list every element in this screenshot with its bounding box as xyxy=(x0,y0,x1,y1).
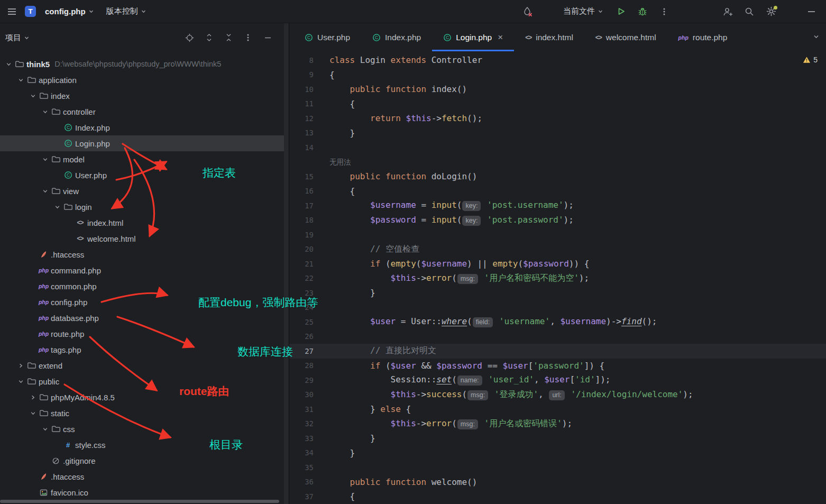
tree-vertical-scrollbar[interactable] xyxy=(284,23,289,504)
code-line[interactable]: 22 $this->error(msg: '用户名和密码不能为空'); xyxy=(289,271,826,286)
code-line[interactable]: 35 xyxy=(289,460,826,475)
code-line[interactable]: 34 } xyxy=(289,446,826,461)
code-line[interactable]: 23 } xyxy=(289,286,826,300)
code-line[interactable]: 8class Login extends Controller xyxy=(289,53,826,68)
code-line[interactable]: 16 { xyxy=(289,184,826,199)
line-number[interactable]: 24 xyxy=(289,303,323,311)
line-number[interactable]: 29 xyxy=(289,376,323,384)
line-number[interactable]: 27 xyxy=(289,347,323,355)
tree-item-common-php[interactable]: phpcommon.php xyxy=(0,278,289,294)
line-number[interactable]: 19 xyxy=(289,231,323,239)
line-number[interactable]: 37 xyxy=(289,492,323,501)
line-number[interactable]: 31 xyxy=(289,405,323,414)
line-number[interactable]: 36 xyxy=(289,478,323,486)
search-button[interactable] xyxy=(742,4,757,19)
run-button[interactable] xyxy=(613,4,628,19)
debug-button[interactable] xyxy=(635,4,650,19)
code-line[interactable]: 14 xyxy=(289,140,826,155)
line-number[interactable]: 23 xyxy=(289,289,323,297)
locate-file-button[interactable] xyxy=(184,32,195,43)
tree-horizontal-scrollbar[interactable] xyxy=(0,500,279,503)
chevron-down-icon[interactable] xyxy=(3,61,14,68)
code-line[interactable]: 13 } xyxy=(289,126,826,141)
code-line[interactable]: 18 $password = input(key: 'post.password… xyxy=(289,213,826,228)
code-line[interactable]: 36 public function welcome() xyxy=(289,475,826,490)
vcs-widget[interactable]: 版本控制 xyxy=(103,4,150,19)
tree-item-login-php[interactable]: CLogin.php xyxy=(0,135,289,151)
project-panel-title[interactable]: 项目 xyxy=(5,33,30,43)
hidden-tabs-button[interactable] xyxy=(813,33,820,42)
code-line[interactable]: 33 } xyxy=(289,431,826,446)
line-number[interactable]: 18 xyxy=(289,216,323,224)
line-number[interactable]: 26 xyxy=(289,332,323,341)
code-line[interactable]: 11 { xyxy=(289,97,826,112)
tree-item-static[interactable]: static xyxy=(0,405,289,421)
editor-tab-login-php[interactable]: CLogin.php× xyxy=(432,23,514,51)
code-line[interactable]: 37 { xyxy=(289,489,826,504)
line-number[interactable]: 32 xyxy=(289,419,323,428)
code-line[interactable]: 25 $user = User::where(field: 'username'… xyxy=(289,315,826,329)
tree-item-model[interactable]: model xyxy=(0,151,289,167)
tree-item-application[interactable]: application xyxy=(0,72,289,88)
chevron-down-icon[interactable] xyxy=(40,108,50,115)
tree-item-phpmyadmin4-8-5[interactable]: phpMyAdmin4.8.5 xyxy=(0,389,289,405)
line-number[interactable]: 12 xyxy=(289,114,323,123)
line-number[interactable]: 16 xyxy=(289,187,323,195)
tree-item-view[interactable]: view xyxy=(0,183,289,199)
minimize-button[interactable] xyxy=(804,4,819,19)
code-line[interactable]: 30 $this->success(msg: '登录成功', url: '/in… xyxy=(289,388,826,402)
code-line[interactable]: 32 $this->error(msg: '用户名或密码错误'); xyxy=(289,417,826,432)
chevron-down-icon[interactable] xyxy=(40,156,50,163)
chevron-right-icon[interactable] xyxy=(27,394,38,401)
tree-item-welcome-html[interactable]: <>welcome.html xyxy=(0,231,289,246)
code-line[interactable]: 26 xyxy=(289,329,826,344)
editor-tab-user-php[interactable]: CUser.php xyxy=(293,23,361,51)
hide-panel-button[interactable] xyxy=(262,32,273,43)
line-number[interactable]: 33 xyxy=(289,434,323,443)
code-line[interactable]: 27 // 直接比对明文 xyxy=(289,344,826,359)
tree-item-tags-php[interactable]: phptags.php xyxy=(0,342,289,358)
line-number[interactable]: 22 xyxy=(289,274,323,282)
chevron-down-icon[interactable] xyxy=(52,204,62,210)
line-number[interactable]: 25 xyxy=(289,318,323,326)
tree-item-config-php[interactable]: phpconfig.php xyxy=(0,294,289,310)
line-number[interactable]: 17 xyxy=(289,201,323,210)
tree-item-index-html[interactable]: <>index.html xyxy=(0,215,289,231)
tree-item-controller[interactable]: controller xyxy=(0,104,289,120)
tree-item-user-php[interactable]: CUser.php xyxy=(0,167,289,183)
code-line[interactable]: 28 if ($user && $password == $user['pass… xyxy=(289,359,826,373)
editor-tab-welcome-html[interactable]: <>welcome.html xyxy=(584,23,667,51)
more-button[interactable] xyxy=(657,4,672,19)
code-line[interactable]: 17 $username = input(key: 'post.username… xyxy=(289,198,826,213)
code-line[interactable]: 19 xyxy=(289,227,826,242)
line-number[interactable]: 28 xyxy=(289,361,323,370)
code-line[interactable]: 10 public function index() xyxy=(289,82,826,97)
line-number[interactable]: 10 xyxy=(289,85,323,94)
project-logo[interactable]: T xyxy=(25,6,36,17)
tree-item-route-php[interactable]: phproute.php xyxy=(0,326,289,342)
tree-item-think5[interactable]: think5D:\websafe\phpstudy\phpstudy_pro\W… xyxy=(0,56,289,72)
expand-all-button[interactable] xyxy=(204,32,214,43)
editor-tab-index-html[interactable]: <>index.html xyxy=(514,23,584,51)
tree-item-login[interactable]: login xyxy=(0,199,289,215)
line-number[interactable]: 21 xyxy=(289,260,323,268)
chevron-down-icon[interactable] xyxy=(27,93,38,99)
code-line[interactable]: 29 Session::set(name: 'user_id', $user['… xyxy=(289,373,826,388)
chevron-right-icon[interactable] xyxy=(15,362,26,369)
tree-item-htaccess[interactable]: .htaccess xyxy=(0,246,289,262)
line-number[interactable]: 20 xyxy=(289,245,323,253)
code-line[interactable]: 15 public function doLogin() xyxy=(289,169,826,184)
line-number[interactable]: 11 xyxy=(289,99,323,108)
tree-item-index-php[interactable]: CIndex.php xyxy=(0,120,289,135)
editor-tab-index-php[interactable]: CIndex.php xyxy=(361,23,432,51)
tree-item-htaccess[interactable]: .htaccess xyxy=(0,469,289,484)
add-user-button[interactable] xyxy=(720,4,735,19)
tree-item-database-php[interactable]: phpdatabase.php xyxy=(0,310,289,326)
line-number[interactable]: 15 xyxy=(289,172,323,181)
code-line[interactable]: 12 return $this->fetch(); xyxy=(289,111,826,126)
tree-item-public[interactable]: public xyxy=(0,373,289,389)
run-config-widget[interactable]: 当前文件 xyxy=(560,4,607,19)
profiler-error-icon[interactable] xyxy=(520,4,535,19)
settings-button[interactable] xyxy=(764,4,778,19)
code-line[interactable]: 20 // 空值检查 xyxy=(289,242,826,257)
